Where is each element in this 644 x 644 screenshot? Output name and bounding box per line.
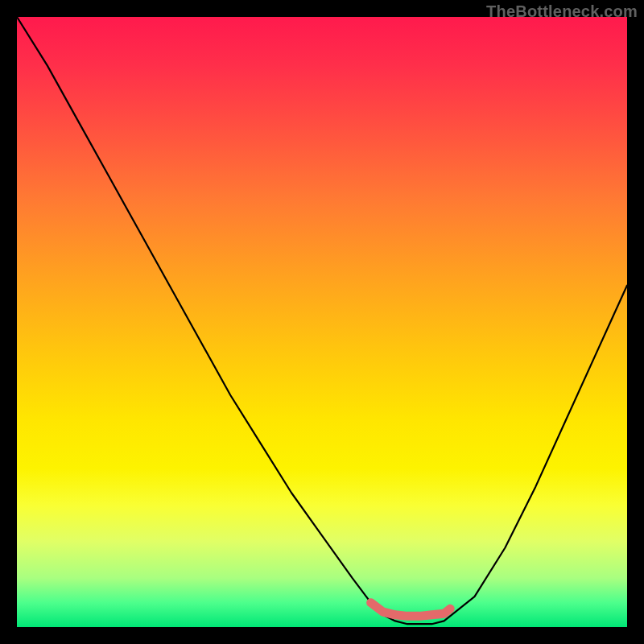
chart-frame: TheBottleneck.com [0, 0, 644, 644]
optimal-range-marker [371, 603, 451, 617]
chart-overlay [17, 17, 627, 627]
bottleneck-curve [17, 17, 627, 624]
watermark-label: TheBottleneck.com [486, 2, 638, 21]
